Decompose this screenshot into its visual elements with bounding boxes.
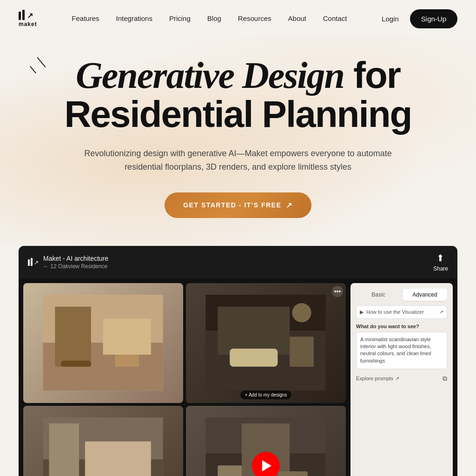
- logo-bar-1: [19, 12, 21, 20]
- video-logo-bar-2: [31, 258, 33, 266]
- nav-right: Login Sign-Up: [382, 9, 457, 28]
- side-panel: Basic Advanced ▶ How to use the Visualiz…: [350, 283, 453, 476]
- video-grid: ••• + Add to my designs: [19, 278, 350, 476]
- hero-title-main: Residential Planning: [65, 93, 412, 135]
- deco-line-2: [30, 66, 36, 74]
- interior-svg-1: [39, 295, 167, 390]
- thumb-image-3: [23, 406, 183, 476]
- svg-point-11: [292, 303, 311, 322]
- svg-rect-14: [49, 423, 79, 476]
- video-logo-bar-1: [28, 259, 30, 266]
- logo-arrow-icon: ↗: [27, 11, 33, 20]
- how-to-button[interactable]: ▶ How to use the Visualizer ↗: [356, 305, 447, 319]
- svg-rect-15: [85, 442, 151, 476]
- video-section: ↗ Maket - AI architecture ← 12 Oakview R…: [0, 246, 476, 476]
- video-breadcrumb: ← 12 Oakview Residence: [43, 263, 108, 270]
- nav-integrations[interactable]: Integrations: [116, 14, 152, 22]
- hero-title: Generative Design for Residential Planni…: [28, 56, 448, 134]
- video-title-group: Maket - AI architecture ← 12 Oakview Res…: [43, 255, 108, 270]
- cta-button[interactable]: GET STARTED - IT'S FREE ↗: [165, 192, 311, 218]
- video-thumb-1: [23, 283, 183, 403]
- video-share-group: ⬆ Share: [433, 252, 448, 272]
- how-to-label: How to use the Visualizer: [366, 309, 424, 315]
- tab-advanced[interactable]: Advanced: [403, 289, 447, 301]
- nav-contact[interactable]: Contact: [323, 14, 347, 22]
- video-logo-arrow: ↗: [34, 259, 39, 266]
- external-link-icon: ↗: [439, 309, 443, 315]
- hero-subtitle: Revolutionizing design with generative A…: [80, 147, 396, 174]
- svg-rect-3: [103, 319, 151, 355]
- login-button[interactable]: Login: [382, 15, 399, 23]
- video-container: ↗ Maket - AI architecture ← 12 Oakview R…: [19, 246, 457, 476]
- navigation: ↗ maket Features Integrations Pricing Bl…: [0, 0, 476, 37]
- decorative-lines: [28, 51, 56, 79]
- nav-links: Features Integrations Pricing Blog Resou…: [72, 14, 347, 23]
- thumb-image-2: [186, 283, 346, 403]
- cta-label: GET STARTED - IT'S FREE: [183, 201, 281, 209]
- video-thumb-2: ••• + Add to my designs: [186, 283, 346, 403]
- panel-prompt-textarea[interactable]: A minimalist scandinavian style interior…: [356, 332, 447, 369]
- share-icon: ⬆: [436, 252, 444, 264]
- nav-resources[interactable]: Resources: [238, 14, 271, 22]
- explore-label: Explore prompts: [356, 376, 393, 381]
- video-icon: ▶: [360, 309, 364, 315]
- nav-blog[interactable]: Blog: [207, 14, 221, 22]
- panel-tabs: Basic Advanced: [356, 289, 447, 301]
- cta-arrow-icon: ↗: [286, 201, 293, 210]
- deco-line-1: [37, 57, 46, 68]
- signup-button[interactable]: Sign-Up: [410, 9, 457, 28]
- copy-button[interactable]: ⧉: [443, 375, 447, 383]
- video-app-title: Maket - AI architecture: [43, 255, 108, 262]
- breadcrumb-text: 12 Oakview Residence: [50, 263, 107, 270]
- interior-svg-3: [39, 417, 167, 476]
- video-content: ••• + Add to my designs: [19, 278, 457, 476]
- more-options-button[interactable]: •••: [332, 286, 343, 297]
- nav-about[interactable]: About: [288, 14, 306, 22]
- hero-title-for: for: [353, 54, 400, 96]
- svg-rect-10: [290, 337, 314, 367]
- play-button-overlay[interactable]: [252, 452, 280, 476]
- video-header-left: ↗ Maket - AI architecture ← 12 Oakview R…: [28, 255, 108, 270]
- panel-explore: Explore prompts ↗ ⧉: [356, 375, 447, 383]
- explore-prompts-link[interactable]: Explore prompts ↗: [356, 376, 399, 382]
- video-thumb-4[interactable]: [186, 406, 346, 476]
- video-header: ↗ Maket - AI architecture ← 12 Oakview R…: [19, 246, 457, 278]
- logo-text: maket: [19, 21, 37, 27]
- svg-rect-2: [55, 307, 91, 367]
- nav-features[interactable]: Features: [72, 14, 99, 22]
- panel-what-label: What do you want to see?: [356, 324, 447, 329]
- svg-rect-5: [115, 355, 139, 367]
- svg-rect-9: [230, 349, 278, 367]
- hero-section: Generative Design for Residential Planni…: [0, 37, 476, 246]
- add-to-designs-button[interactable]: + Add to my designs: [240, 390, 291, 399]
- logo[interactable]: ↗ maket: [19, 10, 37, 27]
- play-button[interactable]: [252, 452, 280, 476]
- tab-basic[interactable]: Basic: [356, 289, 401, 301]
- breadcrumb-arrow-icon: ←: [43, 263, 49, 270]
- explore-arrow-icon: ↗: [395, 376, 399, 382]
- hero-title-italic: Generative Design: [76, 55, 344, 96]
- thumb-image-1: [23, 283, 183, 403]
- share-label: Share: [433, 265, 448, 272]
- svg-rect-8: [218, 307, 290, 355]
- svg-rect-21: [278, 471, 308, 476]
- svg-rect-20: [218, 466, 242, 476]
- interior-svg-2: [202, 295, 330, 390]
- video-logo: ↗: [28, 258, 39, 266]
- svg-rect-4: [61, 361, 91, 367]
- video-thumb-3: [23, 406, 183, 476]
- thumb-more-overlay: •••: [332, 286, 343, 297]
- play-triangle-icon: [262, 460, 271, 471]
- nav-pricing[interactable]: Pricing: [169, 14, 191, 22]
- logo-bar-2: [22, 10, 25, 20]
